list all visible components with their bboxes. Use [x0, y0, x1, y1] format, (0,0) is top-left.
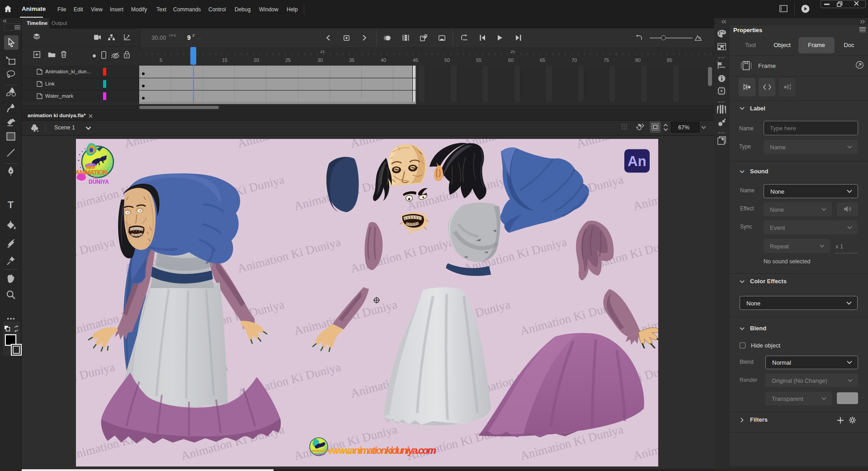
svg-text:DUNIYA: DUNIYA — [315, 453, 326, 456]
svg-text:An: An — [627, 153, 646, 169]
svg-text:ANIMATION: ANIMATION — [311, 449, 329, 452]
svg-text:www.animationkiduniya.com: www.animationkiduniya.com — [329, 445, 436, 456]
svg-text:DUNIYA: DUNIYA — [89, 179, 109, 185]
